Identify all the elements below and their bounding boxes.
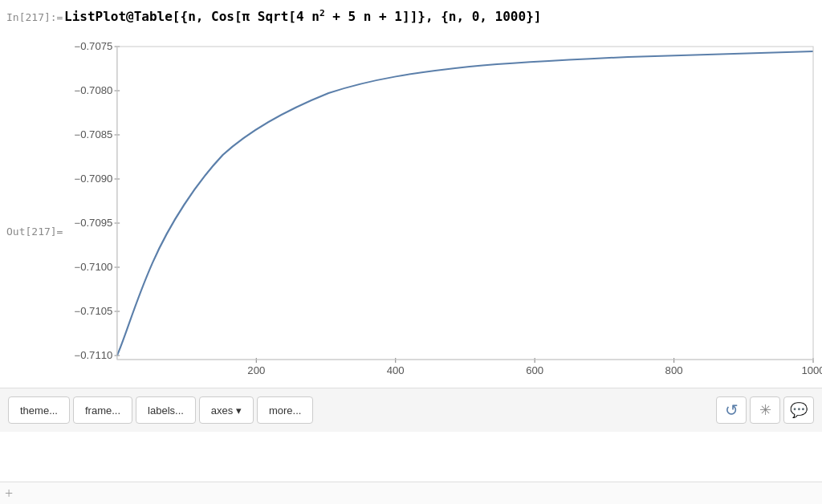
svg-text:400: 400 <box>387 366 405 376</box>
more-label: more... <box>269 404 301 417</box>
svg-text:−0.7080: −0.7080 <box>74 86 112 96</box>
svg-text:−0.7100: −0.7100 <box>74 262 112 273</box>
code-text: ListPlot@Table[{n, Cos[π Sqrt[4 n2 + 5 n… <box>64 9 541 24</box>
input-line: In[217]:= ListPlot@Table[{n, Cos[π Sqrt[… <box>0 0 822 30</box>
add-cell-button[interactable]: + <box>5 486 13 501</box>
svg-text:−0.7095: −0.7095 <box>74 218 112 229</box>
bottom-bar: + <box>0 482 822 504</box>
frame-label: frame... <box>85 404 120 417</box>
labels-button[interactable]: labels... <box>136 396 196 424</box>
svg-text:−0.7085: −0.7085 <box>74 130 112 140</box>
svg-text:−0.7110: −0.7110 <box>74 351 112 361</box>
chart-svg: −0.7075 −0.7080 −0.7085 −0.7090 −0.7095 … <box>64 39 822 384</box>
settings-icon: ✳ <box>759 401 771 419</box>
axes-label: axes ▾ <box>211 404 242 417</box>
svg-text:200: 200 <box>247 366 265 376</box>
svg-text:600: 600 <box>526 366 543 376</box>
frame-button[interactable]: frame... <box>73 396 132 424</box>
chat-button[interactable]: 💬 <box>783 396 814 424</box>
plot-container: Out[217]= −0.7075 −0.7080 −0.7085 −0.709… <box>0 30 822 432</box>
svg-text:−0.7090: −0.7090 <box>74 174 112 185</box>
output-label: Out[217]= <box>6 226 63 238</box>
toolbar: theme... frame... labels... axes ▾ more.… <box>0 388 822 432</box>
chat-icon: 💬 <box>790 401 808 419</box>
theme-button[interactable]: theme... <box>8 396 70 424</box>
input-code: ListPlot@Table[{n, Cos[π Sqrt[4 n2 + 5 n… <box>64 8 822 24</box>
svg-text:1000: 1000 <box>801 366 822 376</box>
plot-curve <box>117 51 813 356</box>
settings-button[interactable]: ✳ <box>750 396 780 424</box>
refresh-icon: ↺ <box>725 400 739 420</box>
svg-text:−0.7105: −0.7105 <box>74 307 112 317</box>
svg-text:−0.7075: −0.7075 <box>74 42 112 52</box>
svg-text:800: 800 <box>665 366 683 376</box>
chart-wrapper: −0.7075 −0.7080 −0.7085 −0.7090 −0.7095 … <box>64 39 822 384</box>
input-label: In[217]:= <box>0 11 64 23</box>
refresh-button[interactable]: ↺ <box>716 396 747 424</box>
more-button[interactable]: more... <box>257 396 313 424</box>
theme-label: theme... <box>20 404 58 417</box>
svg-rect-28 <box>117 47 813 360</box>
labels-label: labels... <box>148 404 184 417</box>
axes-button[interactable]: axes ▾ <box>199 396 254 424</box>
